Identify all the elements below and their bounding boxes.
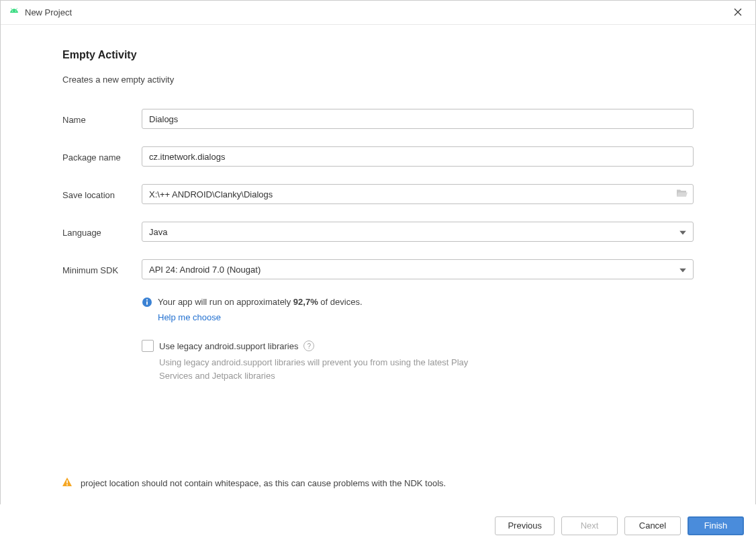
svg-rect-5 (66, 480, 68, 484)
name-label: Name (62, 113, 142, 125)
svg-point-1 (15, 11, 16, 11)
legacy-note: Using legacy android.support libraries w… (159, 356, 488, 382)
cancel-button[interactable]: Cancel (624, 516, 681, 535)
device-coverage-text: Your app will run on approximately 92,7%… (158, 297, 363, 307)
sdk-value: API 24: Android 7.0 (Nougat) (149, 265, 261, 275)
row-name: Name (62, 109, 694, 129)
language-label: Language (62, 226, 142, 238)
svg-point-3 (146, 299, 148, 300)
package-input[interactable] (142, 146, 694, 167)
row-language: Language Java (62, 222, 694, 242)
next-button: Next (561, 516, 618, 535)
android-icon (9, 6, 19, 19)
row-sdk: Minimum SDK API 24: Android 7.0 (Nougat) (62, 259, 694, 279)
row-package: Package name (62, 146, 694, 167)
finish-button[interactable]: Finish (688, 516, 744, 535)
warning-icon (62, 477, 73, 490)
svg-point-6 (66, 484, 68, 486)
warning-bar: project location should not contain whit… (0, 467, 756, 504)
titlebar: New Project (1, 1, 755, 25)
info-icon (142, 297, 152, 310)
package-label: Package name (62, 151, 142, 163)
help-icon[interactable]: ? (303, 340, 314, 351)
legacy-checkbox[interactable] (142, 340, 154, 352)
dialog-footer: Previous Next Cancel Finish (0, 504, 756, 546)
location-label: Save location (62, 189, 142, 200)
dialog-content: Empty Activity Creates a new empty activ… (1, 25, 755, 504)
legacy-block: Use legacy android.support libraries ? U… (142, 340, 694, 382)
row-location: Save location (62, 184, 694, 204)
chevron-down-icon (679, 265, 686, 275)
name-input[interactable] (142, 109, 694, 129)
page-heading: Empty Activity (62, 49, 694, 61)
previous-button[interactable]: Previous (495, 516, 555, 535)
chevron-down-icon (679, 227, 686, 237)
legacy-checkbox-label[interactable]: Use legacy android.support libraries (159, 341, 298, 351)
help-me-choose-link[interactable]: Help me choose (158, 312, 694, 322)
sdk-label: Minimum SDK (62, 264, 142, 275)
language-select[interactable]: Java (142, 222, 694, 242)
close-icon[interactable] (728, 4, 747, 21)
folder-icon[interactable] (676, 189, 688, 200)
warning-text: project location should not contain whit… (81, 478, 446, 488)
svg-rect-4 (146, 302, 148, 305)
window-title: New Project (25, 7, 728, 17)
language-value: Java (149, 227, 167, 237)
sdk-info-block: Your app will run on approximately 92,7%… (142, 297, 694, 322)
page-subheading: Creates a new empty activity (62, 75, 694, 85)
sdk-select[interactable]: API 24: Android 7.0 (Nougat) (142, 259, 694, 279)
svg-point-0 (12, 11, 13, 11)
location-input[interactable] (142, 184, 694, 204)
